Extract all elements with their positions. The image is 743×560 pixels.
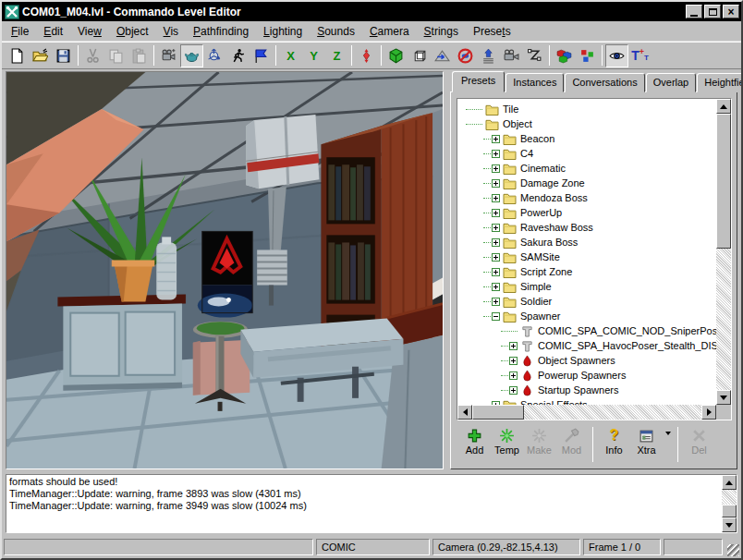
- tree-item-samsite[interactable]: SAMSite: [483, 250, 716, 264]
- expand-plus-icon[interactable]: [492, 135, 500, 143]
- camera-record-button[interactable]: [157, 44, 180, 67]
- polygon-tool-button[interactable]: [523, 44, 546, 67]
- scroll-left-button[interactable]: [457, 405, 472, 420]
- xtra-button[interactable]: Xtra: [630, 426, 663, 456]
- view-wireframe-button[interactable]: [408, 44, 431, 67]
- close-button[interactable]: ×: [723, 5, 739, 18]
- scatter-tiles-button[interactable]: [576, 44, 599, 67]
- group-cubes-button[interactable]: [553, 44, 576, 67]
- render-teapot-button[interactable]: [180, 44, 203, 67]
- add-button[interactable]: Add: [458, 426, 491, 456]
- scrollbar-track[interactable]: [524, 405, 701, 420]
- tab-presets[interactable]: Presets: [452, 71, 505, 92]
- log-vertical-scrollbar[interactable]: [722, 475, 737, 532]
- expand-plus-icon[interactable]: [509, 386, 518, 395]
- tree-vertical-scrollbar[interactable]: [716, 99, 731, 405]
- tree-item-damage-zone[interactable]: Damage Zone: [483, 176, 716, 190]
- expand-plus-icon[interactable]: [492, 150, 500, 158]
- menu-file[interactable]: File: [4, 22, 36, 41]
- scrollbar-thumb[interactable]: [472, 405, 524, 420]
- new-file-button[interactable]: [6, 44, 29, 67]
- expand-plus-icon[interactable]: [492, 164, 500, 173]
- tree-item-comic-spa-comic-nod-sniperposer[interactable]: COMIC_SPA_COMIC_NOD_SniperPoser: [501, 323, 716, 338]
- axis-y-button[interactable]: Y: [302, 44, 325, 67]
- show-geometry-button[interactable]: [431, 44, 454, 67]
- menu-vis[interactable]: Vis: [156, 22, 186, 41]
- walk-mode-button[interactable]: [226, 44, 250, 67]
- xtra-dropdown-button[interactable]: [663, 426, 673, 435]
- open-file-button[interactable]: [29, 44, 52, 67]
- save-file-button[interactable]: [52, 44, 75, 67]
- tree-item-soldier[interactable]: Soldier: [483, 294, 716, 309]
- menu-camera[interactable]: Camera: [362, 22, 417, 41]
- tree-item-script-zone[interactable]: Script Zone: [483, 264, 716, 279]
- tree-horizontal-scrollbar[interactable]: [457, 405, 731, 420]
- tree-item-c4[interactable]: C4: [483, 146, 716, 161]
- maximize-button[interactable]: [704, 5, 721, 18]
- scrollbar-track[interactable]: [722, 490, 737, 505]
- text-translate-button[interactable]: T+T: [628, 44, 652, 67]
- tab-conversations[interactable]: Conversations: [565, 73, 644, 92]
- menu-pathfinding[interactable]: Pathfinding: [186, 22, 256, 41]
- tree-item-cinematic[interactable]: Cinematic: [483, 161, 716, 176]
- camera-view-button[interactable]: [500, 44, 523, 67]
- move-vertical-button[interactable]: [355, 44, 378, 67]
- scroll-down-button[interactable]: [716, 390, 731, 405]
- tab-overlap[interactable]: Overlap: [646, 73, 697, 92]
- menu-sounds[interactable]: Sounds: [310, 22, 362, 41]
- tree-item-sakura-boss[interactable]: Sakura Boss: [483, 235, 716, 250]
- tree-item-tile[interactable]: Tile: [466, 102, 716, 116]
- menu-lighting[interactable]: Lighting: [256, 22, 310, 41]
- visibility-eye-button[interactable]: [605, 44, 628, 67]
- expand-plus-icon[interactable]: [492, 283, 500, 291]
- tree-item-raveshaw-boss[interactable]: Raveshaw Boss: [483, 220, 716, 235]
- tree-item-special-effects[interactable]: Special Effects: [483, 397, 716, 405]
- scrollbar-thumb[interactable]: [722, 505, 737, 517]
- expand-plus-icon[interactable]: [492, 224, 500, 232]
- expand-plus-icon[interactable]: [492, 298, 500, 306]
- temp-button[interactable]: Temp: [491, 426, 523, 456]
- axis-z-button[interactable]: Z: [325, 44, 348, 67]
- tree-item-startup-spawners[interactable]: Startup Spawners: [501, 383, 716, 397]
- expand-plus-icon[interactable]: [509, 357, 518, 365]
- viewport-3d[interactable]: [6, 71, 444, 469]
- minimize-button[interactable]: [686, 5, 702, 18]
- scroll-up-button[interactable]: [716, 99, 731, 114]
- menu-view[interactable]: View: [70, 22, 109, 41]
- resize-grip[interactable]: [727, 544, 739, 556]
- waypoint-flag-button[interactable]: [250, 44, 273, 67]
- expand-plus-icon[interactable]: [492, 238, 500, 247]
- tree-item-simple[interactable]: Simple: [483, 279, 716, 294]
- expand-plus-icon[interactable]: [492, 209, 500, 217]
- tree-item-powerup[interactable]: PowerUp: [483, 205, 716, 220]
- tree-item-spawner[interactable]: Spawner: [483, 309, 716, 323]
- tree-item-comic-spa-havocposer-stealth-dis[interactable]: COMIC_SPA_HavocPoser_Stealth_DIS: [501, 338, 716, 353]
- scrollbar-thumb[interactable]: [716, 114, 731, 249]
- menu-object[interactable]: Object: [109, 22, 156, 41]
- expand-plus-icon[interactable]: [492, 253, 500, 262]
- menu-presets[interactable]: Presets: [466, 22, 518, 41]
- scroll-down-button[interactable]: [722, 517, 737, 532]
- menu-edit[interactable]: Edit: [36, 22, 70, 41]
- expand-plus-icon[interactable]: [509, 342, 518, 350]
- tab-instances[interactable]: Instances: [505, 73, 564, 92]
- scroll-up-button[interactable]: [722, 475, 737, 490]
- info-button[interactable]: ?Info: [598, 426, 630, 456]
- scroll-right-button[interactable]: [701, 405, 716, 420]
- tree-item-beacon[interactable]: Beacon: [483, 131, 716, 146]
- expand-plus-icon[interactable]: [509, 371, 518, 380]
- tree-item-powerup-spawners[interactable]: Powerup Spawners: [501, 368, 716, 383]
- menu-strings[interactable]: Strings: [417, 22, 466, 41]
- tree-item-mendoza-boss[interactable]: Mendoza Boss: [483, 190, 716, 205]
- expand-plus-icon[interactable]: [492, 268, 500, 276]
- collapse-minus-icon[interactable]: [492, 312, 500, 321]
- tree-item-object[interactable]: Object: [466, 116, 716, 131]
- tab-heightfield[interactable]: Heightfield: [697, 73, 743, 92]
- expand-plus-icon[interactable]: [492, 179, 500, 188]
- log-output[interactable]: formats should be used!TimeManager::Upda…: [6, 474, 737, 533]
- elevate-object-button[interactable]: [477, 44, 500, 67]
- view-solid-button[interactable]: [384, 44, 408, 67]
- hide-geometry-button[interactable]: [454, 44, 477, 67]
- tree-item-object-spawners[interactable]: Object Spawners: [501, 353, 716, 368]
- expand-plus-icon[interactable]: [492, 194, 500, 202]
